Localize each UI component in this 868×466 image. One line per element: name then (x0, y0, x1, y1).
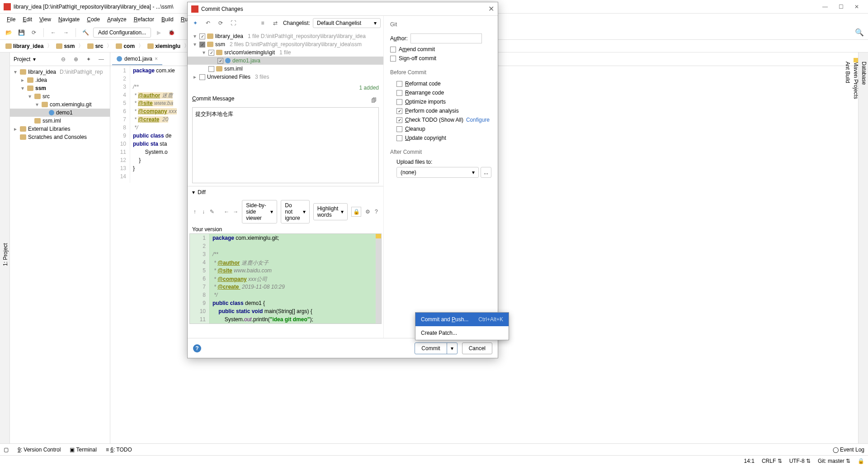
gear-diff-icon[interactable]: ⚙ (365, 207, 370, 217)
maximize-icon[interactable]: ☐ (839, 4, 844, 10)
menu-analyze[interactable]: Analyze (104, 15, 130, 24)
checkbox[interactable] (199, 42, 205, 48)
line-sep[interactable]: CRLF ⇅ (762, 458, 782, 464)
change-src\com\xieminglu\git[interactable]: ▾src\com\xieminglu\git1 file (188, 48, 383, 57)
run-icon[interactable]: ▶ (154, 28, 164, 38)
dialog-close-icon[interactable]: ✕ (488, 5, 494, 13)
prev-diff-icon[interactable]: ↑ (192, 207, 197, 217)
tool-window-icon[interactable]: ▢ (4, 447, 9, 453)
signoff-checkbox[interactable] (390, 56, 396, 62)
hide-icon[interactable]: — (96, 54, 106, 64)
menu-edit[interactable]: Edit (19, 15, 35, 24)
tree-ssm.iml[interactable]: ssm.iml (10, 117, 110, 125)
change-Unversioned Files[interactable]: ▸Unversioned Files3 files (188, 73, 383, 81)
author-input[interactable] (410, 33, 482, 43)
opt-checkbox[interactable] (396, 126, 402, 132)
checkbox[interactable] (208, 50, 214, 56)
todo-button[interactable]: ≡ 6: TODO (106, 447, 132, 453)
tree-External Libraries[interactable]: ▸External Libraries (10, 125, 110, 133)
rail-ant[interactable]: Ant Build (844, 57, 852, 452)
opt-checkbox[interactable] (396, 135, 402, 141)
menu-code[interactable]: Code (84, 15, 103, 24)
change-ssm[interactable]: ▾ssm2 files D:\initPath\git_repository\l… (188, 40, 383, 48)
expand-icon[interactable]: ≡ (258, 18, 268, 28)
search-icon[interactable]: 🔍 (854, 28, 864, 38)
commit-message-input[interactable] (192, 107, 379, 183)
diff-collapse-icon[interactable]: ▾ (192, 189, 195, 195)
tree-Scratches and Consoles[interactable]: Scratches and Consoles (10, 133, 110, 141)
configure-link[interactable]: Configure (466, 117, 490, 123)
opt-checkbox[interactable] (396, 117, 402, 123)
help-icon[interactable]: ? (193, 344, 201, 352)
opt-checkbox[interactable] (396, 99, 402, 105)
viewer-select[interactable]: Side-by-side viewer▾ (242, 200, 277, 223)
tree-library_idea[interactable]: ▾library_ideaD:\initPath\git_rep (10, 68, 110, 76)
menu-navigate[interactable]: Navigate (55, 15, 83, 24)
highlight-select[interactable]: Highlight words▾ (313, 203, 348, 220)
commit-button[interactable]: Commit▾ (415, 342, 457, 354)
tree-.idea[interactable]: ▸.idea (10, 76, 110, 84)
refresh-icon[interactable]: ✦ (190, 18, 200, 28)
fwd-diff-icon[interactable]: → (233, 207, 238, 217)
checkbox[interactable] (217, 58, 223, 64)
breadcrumb-ssm[interactable]: ssm (54, 42, 76, 50)
opt-checkbox[interactable] (396, 90, 402, 96)
tab-close-icon[interactable]: × (155, 56, 158, 62)
breadcrumb-library_idea[interactable]: library_idea (4, 42, 45, 50)
changelist-select[interactable]: Default Changelist▾ (313, 18, 381, 28)
editor-tab[interactable]: demo1.java × (112, 53, 162, 65)
open-icon[interactable]: 📂 (4, 28, 14, 38)
lock-icon[interactable]: 🔒 (858, 458, 864, 464)
ignore-select[interactable]: Do not ignore▾ (281, 200, 309, 223)
group-icon[interactable]: ⇄ (270, 18, 280, 28)
tree-ssm[interactable]: ▾ssm (10, 84, 110, 92)
event-log-button[interactable]: ◯ Event Log (833, 447, 864, 453)
menu-refactor[interactable]: Refactor (131, 15, 157, 24)
tree-src[interactable]: ▾src (10, 92, 110, 100)
minimize-icon[interactable]: — (822, 4, 828, 10)
checkbox[interactable] (199, 74, 205, 80)
rail-database[interactable]: Database (860, 57, 868, 452)
diff-icon[interactable]: ⛶ (228, 18, 238, 28)
diff-scrollbar[interactable] (376, 234, 381, 323)
commit-and-push-item[interactable]: Commit and Push...Ctrl+Alt+K (415, 313, 509, 326)
lock-diff-icon[interactable]: 🔒 (351, 207, 361, 217)
upload-select[interactable]: (none)▾ (396, 167, 479, 178)
save-icon[interactable]: 💾 (16, 28, 26, 38)
help-diff-icon[interactable]: ? (374, 207, 379, 217)
add-configuration-button[interactable]: Add Configuration... (93, 28, 151, 38)
locate-icon[interactable]: ⊕ (71, 54, 81, 64)
tree-com.xieminglu.git[interactable]: ▾com.xieminglu.git (10, 100, 110, 109)
build-icon[interactable]: 🔨 (80, 28, 90, 38)
gear-icon[interactable]: ✦ (84, 54, 94, 64)
tree-demo1[interactable]: demo1 (10, 109, 110, 117)
change-ssm.iml[interactable]: ssm.iml (188, 65, 383, 73)
revert-icon[interactable]: ↶ (203, 18, 213, 28)
terminal-button[interactable]: ▣ Terminal (70, 447, 96, 453)
change-library_idea[interactable]: ▾library_idea1 file D:\initPath\git_repo… (188, 32, 383, 40)
upload-browse-button[interactable]: ... (481, 167, 491, 178)
opt-checkbox[interactable] (396, 108, 402, 114)
next-diff-icon[interactable]: ↓ (201, 207, 206, 217)
cancel-button[interactable]: Cancel (462, 342, 492, 354)
debug-icon[interactable]: 🐞 (166, 28, 176, 38)
version-control-button[interactable]: 99: Version Control: Version Control (18, 447, 61, 453)
breadcrumb-src[interactable]: src (85, 42, 105, 50)
amend-checkbox[interactable] (390, 47, 396, 52)
checkbox[interactable] (208, 66, 214, 72)
close-icon[interactable]: ✕ (854, 4, 859, 10)
menu-build[interactable]: Build (158, 15, 177, 24)
history-icon[interactable]: 🗐 (369, 95, 379, 105)
create-patch-item[interactable]: Create Patch... (415, 326, 509, 340)
breadcrumb-com[interactable]: com (114, 42, 137, 50)
change-demo1.java[interactable]: demo1.java (188, 57, 383, 65)
git-branch[interactable]: Git: master ⇅ (818, 458, 850, 464)
breadcrumb-xieminglu[interactable]: xieminglu (146, 42, 182, 50)
forward-icon[interactable]: → (61, 28, 71, 38)
rail-project[interactable]: 1: Project (1, 57, 9, 452)
encoding[interactable]: UTF-8 ⇅ (789, 458, 811, 464)
edit-icon[interactable]: ✎ (210, 207, 215, 217)
back-icon[interactable]: ← (48, 28, 58, 38)
rail-maven[interactable]: Maven Projects (852, 57, 860, 452)
refresh2-icon[interactable]: ⟳ (216, 18, 226, 28)
